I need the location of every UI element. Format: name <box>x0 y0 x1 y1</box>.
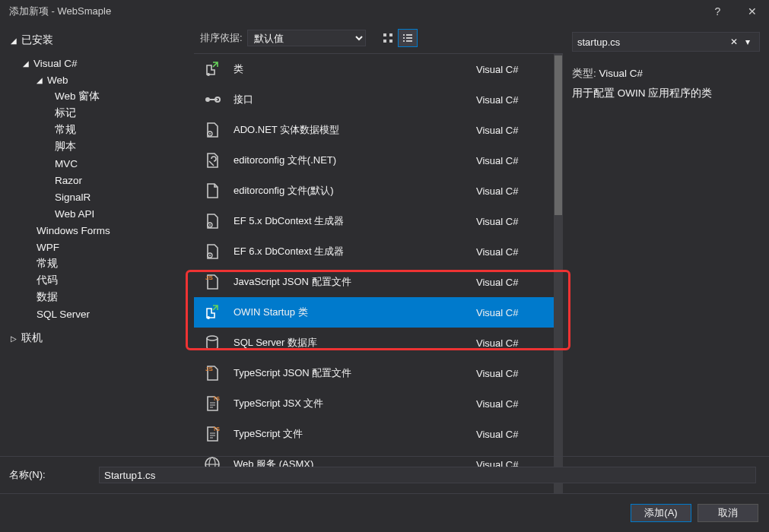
file-js-icon: JS <box>202 363 223 384</box>
tree-item[interactable]: Razor <box>0 172 194 188</box>
class-icon <box>202 302 223 323</box>
template-name: TypeScript JSON 配置文件 <box>234 366 476 380</box>
svg-rect-9 <box>406 40 412 42</box>
help-button[interactable]: ? <box>701 0 735 23</box>
template-name: SQL Server 数据库 <box>234 336 476 350</box>
details-panel: ✕ ▾ 类型: Visual C# 用于配置 OWIN 应用程序的类 <box>563 23 769 494</box>
search-input[interactable] <box>577 36 727 48</box>
template-lang: Visual C# <box>476 246 545 258</box>
tree-web[interactable]: ◢Web <box>0 71 194 88</box>
clear-search-icon[interactable]: ✕ <box>727 36 741 47</box>
file-ts-icon: TS <box>202 393 223 414</box>
scroll-thumb[interactable] <box>555 55 562 215</box>
template-name: EF 6.x DbContext 生成器 <box>234 245 476 258</box>
template-list[interactable]: 类Visual C#接口Visual C#ADO.NET 实体数据模型Visua… <box>194 54 554 494</box>
description: 用于配置 OWIN 应用程序的类 <box>572 84 760 103</box>
template-item[interactable]: EF 5.x DbContext 生成器Visual C# <box>194 206 554 236</box>
template-lang: Visual C# <box>476 368 545 379</box>
template-item[interactable]: ADO.NET 实体数据模型Visual C# <box>194 115 554 145</box>
template-item[interactable]: 类Visual C# <box>194 54 554 84</box>
template-item[interactable]: JSTypeScript JSON 配置文件Visual C# <box>194 358 554 388</box>
tree-item[interactable]: 标记 <box>0 105 194 122</box>
template-lang: Visual C# <box>476 125 545 136</box>
window-title: 添加新项 - WebSmaple <box>9 5 111 18</box>
tree-item[interactable]: Web API <box>0 205 194 222</box>
search-dropdown-icon[interactable]: ▾ <box>741 36 755 47</box>
file-gear-icon <box>202 119 223 141</box>
tree-winforms[interactable]: Windows Forms <box>0 222 194 239</box>
wrench-icon <box>202 150 223 171</box>
tree-sql[interactable]: SQL Server <box>0 306 194 322</box>
template-name: editorconfig 文件(.NET) <box>234 154 476 167</box>
view-list-button[interactable] <box>398 29 418 47</box>
cancel-button[interactable]: 取消 <box>698 504 758 522</box>
svg-rect-0 <box>383 33 386 36</box>
svg-point-11 <box>205 97 210 102</box>
svg-rect-4 <box>403 34 405 36</box>
tree-data[interactable]: 数据 <box>0 289 194 306</box>
type-label: 类型: <box>572 68 596 79</box>
svg-point-17 <box>209 224 211 226</box>
view-grid-button[interactable] <box>378 29 398 47</box>
template-item[interactable]: editorconfig 文件(默认)Visual C# <box>194 176 554 206</box>
file-ts-icon: TS <box>202 423 223 445</box>
tree-online[interactable]: ▷联机 <box>0 330 194 347</box>
svg-text:JS: JS <box>205 366 213 372</box>
svg-point-21 <box>207 316 210 319</box>
template-item[interactable]: OWIN Startup 类Visual C# <box>194 297 554 328</box>
add-button[interactable]: 添加(A) <box>631 504 691 522</box>
template-lang: Visual C# <box>476 337 545 349</box>
dialog-footer: 添加(A) 取消 <box>0 494 769 532</box>
tree-item[interactable]: 脚本 <box>0 138 194 155</box>
template-name: OWIN Startup 类 <box>234 306 476 319</box>
svg-text:TS: TS <box>213 426 220 432</box>
file-js-icon: JS <box>202 271 223 293</box>
tree-item[interactable]: 常规 <box>0 122 194 138</box>
file-icon <box>202 180 223 201</box>
template-lang: Visual C# <box>476 216 545 227</box>
template-name: ADO.NET 实体数据模型 <box>234 123 476 137</box>
class-icon <box>202 59 223 80</box>
search-field[interactable]: ✕ ▾ <box>572 32 760 52</box>
tree-wpf[interactable]: WPF <box>0 239 194 255</box>
file-gear-icon <box>202 211 223 232</box>
svg-point-19 <box>209 255 211 256</box>
template-name: TypeScript 文件 <box>234 427 476 441</box>
svg-text:JS: JS <box>205 274 213 281</box>
sort-dropdown[interactable]: 默认值 <box>247 30 366 46</box>
tree-item[interactable]: Web 窗体 <box>0 88 194 105</box>
close-button[interactable]: ✕ <box>735 0 769 23</box>
scrollbar[interactable] <box>554 54 563 494</box>
template-item[interactable]: 接口Visual C# <box>194 84 554 115</box>
tree-item[interactable]: MVC <box>0 155 194 172</box>
grid-icon <box>383 33 393 43</box>
template-item[interactable]: TSTypeScript JSX 文件Visual C# <box>194 388 554 419</box>
name-bar: 名称(N): <box>0 456 769 494</box>
titlebar: 添加新项 - WebSmaple ? ✕ <box>0 0 769 23</box>
svg-rect-8 <box>403 40 405 42</box>
template-name: editorconfig 文件(默认) <box>234 184 476 198</box>
database-icon <box>202 332 223 353</box>
sort-bar: 排序依据: 默认值 <box>194 23 563 53</box>
tree-general[interactable]: 常规 <box>0 255 194 272</box>
template-name: TypeScript JSX 文件 <box>234 397 476 410</box>
tree-item[interactable]: SignalR <box>0 188 194 205</box>
template-lang: Visual C# <box>476 94 545 106</box>
template-item[interactable]: TSTypeScript 文件Visual C# <box>194 419 554 449</box>
template-item[interactable]: JSJavaScript JSON 配置文件Visual C# <box>194 267 554 297</box>
template-lang: Visual C# <box>476 307 545 318</box>
name-label: 名称(N): <box>9 468 99 482</box>
template-name: EF 5.x DbContext 生成器 <box>234 214 476 228</box>
type-value: Visual C# <box>599 68 643 79</box>
svg-point-22 <box>207 336 218 340</box>
tree-code[interactable]: 代码 <box>0 272 194 289</box>
tree-csharp[interactable]: ◢Visual C# <box>0 55 194 71</box>
template-lang: Visual C# <box>476 185 545 197</box>
name-input[interactable] <box>99 467 756 483</box>
template-item[interactable]: EF 6.x DbContext 生成器Visual C# <box>194 236 554 267</box>
template-lang: Visual C# <box>476 277 545 288</box>
svg-point-10 <box>207 73 210 76</box>
template-item[interactable]: editorconfig 文件(.NET)Visual C# <box>194 145 554 176</box>
tree-installed[interactable]: ◢已安装 <box>0 32 194 49</box>
template-item[interactable]: SQL Server 数据库Visual C# <box>194 328 554 358</box>
